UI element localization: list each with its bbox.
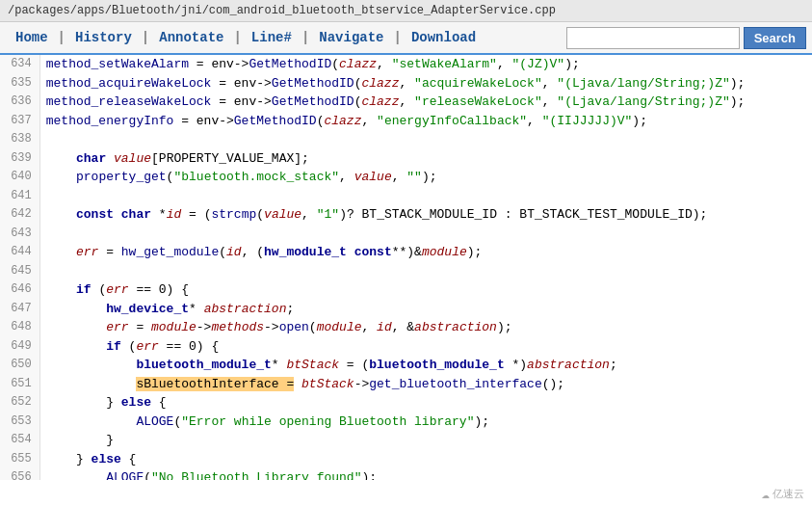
nav-sep-5: | [394, 30, 402, 45]
nav-history[interactable]: History [65, 26, 142, 49]
nav-sep-1: | [58, 30, 65, 45]
table-row: 652 } else { [0, 393, 812, 413]
nav-lineno[interactable]: Line# [242, 26, 301, 49]
watermark-icon: ☁ [762, 486, 770, 502]
line-number: 641 [0, 187, 39, 206]
table-row: 654 } [0, 431, 812, 450]
line-number: 646 [0, 280, 39, 300]
line-number: 653 [0, 413, 39, 432]
line-code: } [39, 431, 812, 450]
line-code [39, 225, 812, 244]
table-row: 640 property_get("bluetooth.mock_stack",… [0, 168, 812, 187]
line-code [39, 187, 812, 206]
search-input[interactable] [566, 27, 740, 49]
nav-sep-4: | [301, 30, 309, 45]
table-row: 634 method_setWakeAlarm = env->GetMethod… [0, 55, 812, 74]
nav-download[interactable]: Download [402, 26, 485, 49]
nav-home[interactable]: Home [6, 26, 58, 49]
line-code: } else { [39, 393, 812, 413]
table-row: 656 ALOGE("No Bluetooth Library found"); [0, 468, 812, 480]
table-row: 643 [0, 225, 812, 244]
line-code: if (err == 0) { [39, 280, 812, 300]
line-number: 644 [0, 243, 39, 262]
line-code: if (err == 0) { [39, 337, 812, 357]
line-code: method_releaseWakeLock = env->GetMethodI… [39, 93, 812, 112]
line-number: 637 [0, 112, 39, 131]
watermark: ☁ 亿速云 [762, 486, 804, 502]
table-row: 646 if (err == 0) { [0, 280, 812, 300]
line-code: property_get("bluetooth.mock_stack", val… [39, 168, 812, 187]
table-row: 655 } else { [0, 450, 812, 469]
line-number: 638 [0, 130, 39, 149]
line-code: err = hw_get_module(id, (hw_module_t con… [39, 243, 812, 262]
line-number: 648 [0, 318, 39, 337]
search-button[interactable]: Search [744, 27, 806, 49]
line-number: 642 [0, 205, 39, 225]
nav-navigate[interactable]: Navigate [309, 26, 393, 49]
table-row: 649 if (err == 0) { [0, 337, 812, 357]
table-row: 636 method_releaseWakeLock = env->GetMet… [0, 93, 812, 112]
line-number: 647 [0, 300, 39, 319]
nav-annotate[interactable]: Annotate [149, 26, 233, 49]
table-row: 638 [0, 130, 812, 149]
watermark-text: 亿速云 [773, 487, 804, 501]
search-container: Search [566, 27, 806, 49]
table-row: 635 method_acquireWakeLock = env->GetMet… [0, 74, 812, 93]
code-table: 634 method_setWakeAlarm = env->GetMethod… [0, 55, 812, 480]
line-code: bluetooth_module_t* btStack = (bluetooth… [39, 356, 812, 375]
line-number: 640 [0, 168, 39, 187]
table-row: 647 hw_device_t* abstraction; [0, 300, 812, 319]
line-code: method_energyInfo = env->GetMethodID(cla… [39, 112, 812, 131]
code-area[interactable]: 634 method_setWakeAlarm = env->GetMethod… [0, 55, 812, 480]
line-number: 635 [0, 74, 39, 93]
line-code: hw_device_t* abstraction; [39, 300, 812, 319]
line-number: 655 [0, 450, 39, 469]
line-number: 639 [0, 149, 39, 169]
line-code [39, 130, 812, 149]
table-row: 644 err = hw_get_module(id, (hw_module_t… [0, 243, 812, 262]
line-code: ALOGE("Error while opening Bluetooth lib… [39, 413, 812, 432]
nav-sep-3: | [233, 30, 241, 45]
title-bar: /packages/apps/Bluetooth/jni/com_android… [0, 0, 812, 22]
table-row: 653 ALOGE("Error while opening Bluetooth… [0, 413, 812, 432]
nav-bar: Home | History | Annotate | Line# | Navi… [0, 22, 812, 55]
table-row: 637 method_energyInfo = env->GetMethodID… [0, 112, 812, 131]
table-row: 648 err = module->methods->open(module, … [0, 318, 812, 337]
line-number: 643 [0, 225, 39, 244]
line-code [39, 262, 812, 281]
line-number: 652 [0, 393, 39, 413]
table-row: 642 const char *id = (strcmp(value, "1")… [0, 205, 812, 225]
table-row: 645 [0, 262, 812, 281]
line-number: 636 [0, 93, 39, 112]
file-path: /packages/apps/Bluetooth/jni/com_android… [8, 4, 556, 17]
line-code: method_acquireWakeLock = env->GetMethodI… [39, 74, 812, 93]
table-row: 639 char value[PROPERTY_VALUE_MAX]; [0, 149, 812, 169]
line-code: err = module->methods->open(module, id, … [39, 318, 812, 337]
line-number: 649 [0, 337, 39, 357]
line-number: 654 [0, 431, 39, 450]
nav-sep-2: | [142, 30, 149, 45]
line-code: ALOGE("No Bluetooth Library found"); [39, 468, 812, 480]
line-code: } else { [39, 450, 812, 469]
line-number: 634 [0, 55, 39, 74]
line-number: 651 [0, 375, 39, 394]
table-row: 641 [0, 187, 812, 206]
line-code: char value[PROPERTY_VALUE_MAX]; [39, 149, 812, 169]
line-number: 650 [0, 356, 39, 375]
line-number: 645 [0, 262, 39, 281]
table-row: 650 bluetooth_module_t* btStack = (bluet… [0, 356, 812, 375]
line-code: method_setWakeAlarm = env->GetMethodID(c… [39, 55, 812, 74]
line-number: 656 [0, 468, 39, 480]
line-code: const char *id = (strcmp(value, "1")? BT… [39, 205, 812, 225]
line-code: sBluetoothInterface = btStack->get_bluet… [39, 375, 812, 394]
table-row: 651 sBluetoothInterface = btStack->get_b… [0, 375, 812, 394]
